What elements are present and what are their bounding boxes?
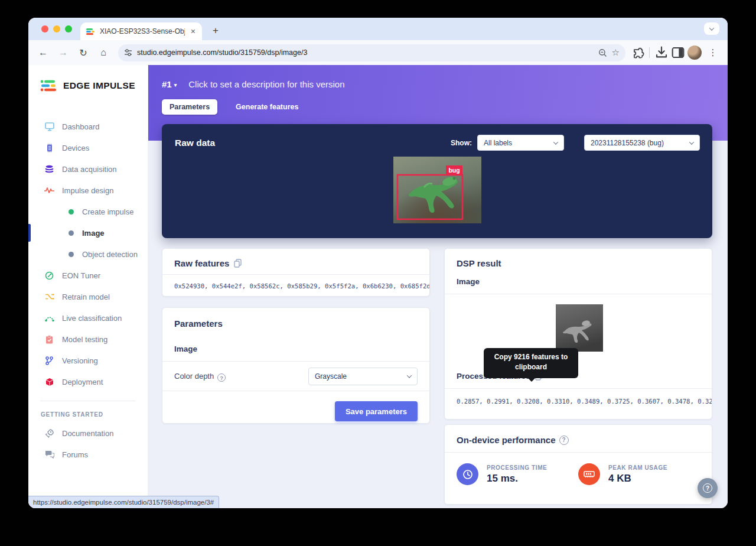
dashboard-icon [44,122,54,131]
browser-menu-icon[interactable]: ⋮ [704,44,722,61]
database-icon [44,165,54,174]
sidebar-item-eon-tuner[interactable]: EON Tuner [28,265,148,286]
image-dot-icon [69,230,74,236]
tab-generate-features[interactable]: Generate features [228,99,306,115]
performance-card: On-device performance ? PROCESSING TIME … [444,424,712,505]
peak-ram-metric: PEAK RAM USAGE 4 KB [578,463,700,485]
documentation-rocket-icon [44,429,54,438]
shuffle-icon [44,293,54,300]
sidebar-item-model-testing[interactable]: Model testing [28,329,148,350]
sidebar-item-object-detection[interactable]: Object detection [28,243,148,265]
address-bar[interactable]: studio.edgeimpulse.com/studio/315759/dsp… [118,44,625,61]
extensions-icon[interactable] [631,46,644,59]
sidebar-item-impulse-design[interactable]: Impulse design [28,180,148,201]
sidebar: EDGE IMPULSE Dashboard Devices Data ac [28,65,148,508]
profile-avatar[interactable] [687,46,702,60]
eon-tuner-icon [44,271,54,280]
label-filter-select[interactable]: All labels [477,135,564,151]
reload-button[interactable]: ↻ [74,44,92,61]
performance-help-icon[interactable]: ? [559,436,569,445]
chevron-down-icon [689,139,694,144]
raw-features-values: 0x524930, 0x544e2f, 0x58562c, 0x585b29, … [162,275,429,297]
processing-time-metric: PROCESSING TIME 15 ms. [457,463,578,485]
raw-features-card: Raw features 0x524930, 0x544e2f, 0x58562… [162,248,430,297]
browser-window: XIAO-ESP32S3-Sense-Objec × + ← → ↻ ⌂ stu… [28,18,728,508]
version-header: #1 ▾ Click to set a description for this… [162,79,345,89]
ram-icon [578,463,600,485]
sidebar-item-live-classification[interactable]: Live classification [28,307,148,329]
tab-search-button[interactable] [704,22,719,35]
processing-time-value: 15 ms. [487,473,547,485]
close-window-button[interactable] [41,25,48,32]
processing-time-label: PROCESSING TIME [487,464,547,471]
parameters-title: Parameters [174,318,223,329]
color-depth-select[interactable]: Grayscale [308,368,418,385]
save-parameters-button[interactable]: Save parameters [335,401,418,421]
question-icon: ? [703,483,712,493]
tab-close-icon[interactable]: × [189,27,197,36]
sidebar-item-forums[interactable]: Forums [28,444,148,465]
parameters-section-image: Image [174,344,197,353]
edge-impulse-logo-icon [40,79,58,92]
create-impulse-dot-icon [69,209,74,214]
browser-tab[interactable]: XIAO-ESP32S3-Sense-Objec × [80,22,202,40]
bookmark-star-icon[interactable]: ☆ [612,47,620,58]
getting-started-heading: GETTING STARTED [28,401,148,419]
chevron-down-icon [407,373,412,378]
logo-wordmark: EDGE IMPULSE [63,80,135,91]
color-depth-label: Color depth? [174,372,308,381]
tab-parameters[interactable]: Parameters [162,99,217,115]
status-url-bubble: https://studio.edgeimpulse.com/studio/31… [28,496,219,508]
sidebar-item-create-impulse[interactable]: Create impulse [28,201,148,222]
sidebar-item-versioning[interactable]: Versioning [28,350,148,371]
processed-features-values: 0.2857, 0.2991, 0.3208, 0.3310, 0.3489, … [445,398,712,405]
forward-button[interactable]: → [54,44,72,61]
raw-data-title: Raw data [175,138,451,148]
clock-icon [457,463,478,485]
chevron-down-icon [709,25,714,30]
window-controls [28,18,80,40]
home-button[interactable]: ⌂ [94,44,112,61]
dsp-result-card: DSP result Image Copy [444,248,712,420]
sidebar-item-retrain-model[interactable]: Retrain model [28,286,148,307]
sidebar-item-data-acquisition[interactable]: Data acquisition [28,158,148,180]
live-classification-icon [44,314,54,322]
dsp-result-title: DSP result [457,258,501,268]
tab-title: XIAO-ESP32S3-Sense-Objec [100,27,185,35]
processed-image [556,304,603,354]
deployment-box-icon [44,378,54,386]
version-selector[interactable]: #1 ▾ [162,79,177,89]
site-settings-icon[interactable] [124,48,132,57]
chevron-down-icon [553,139,558,144]
sample-select[interactable]: 20231128155238 (bug) [584,135,700,151]
browser-toolbar: ← → ↻ ⌂ studio.edgeimpulse.com/studio/31… [28,40,728,65]
performance-title: On-device performance [457,435,556,445]
sidebar-nav: Dashboard Devices Data acquisition Impul… [28,116,148,392]
sidebar-item-image[interactable]: Image [28,222,148,243]
copy-raw-features-icon[interactable] [234,259,242,268]
forums-chat-icon [44,450,54,459]
help-icon[interactable]: ? [217,373,226,382]
minimize-window-button[interactable] [53,25,60,32]
sidebar-item-deployment[interactable]: Deployment [28,371,148,392]
sidebar-item-devices[interactable]: Devices [28,137,148,158]
copy-tooltip: Copy 9216 features to clipboard [484,348,578,378]
zoom-icon[interactable] [598,48,607,57]
sidebar-item-documentation[interactable]: Documentation [28,422,148,444]
raw-data-panel: Raw data Show: All labels 20231128155238… [162,124,712,238]
help-fab-button[interactable]: ? [698,478,718,498]
back-button[interactable]: ← [34,44,52,61]
maximize-window-button[interactable] [65,25,72,32]
model-testing-icon [44,335,54,344]
sidebar-item-dashboard[interactable]: Dashboard [28,116,148,137]
side-panel-icon[interactable] [671,46,685,60]
versioning-branch-icon [44,356,54,365]
divider [445,294,712,294]
url-text[interactable]: studio.edgeimpulse.com/studio/315759/dsp… [137,48,594,57]
bbox-label: bug [448,167,460,174]
edge-impulse-logo[interactable]: EDGE IMPULSE [28,65,148,92]
dsp-section-image: Image [457,277,480,286]
download-icon[interactable] [654,46,669,60]
new-tab-button[interactable]: + [208,23,223,38]
version-description[interactable]: Click to set a description for this vers… [183,79,344,89]
